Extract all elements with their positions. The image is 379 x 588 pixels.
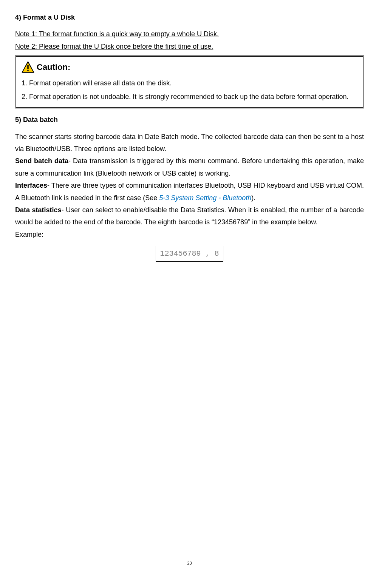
interfaces-link[interactable]: 5-3 System Setting - Bluetooth xyxy=(159,194,251,202)
data-statistics-label: Data statistics xyxy=(15,206,62,214)
interfaces-paragraph: Interfaces- There are three types of com… xyxy=(15,179,364,204)
example-box: 123456789 , 8 xyxy=(156,246,223,262)
example-wrapper: 123456789 , 8 xyxy=(15,246,364,262)
section-5-intro: The scanner starts storing barcode data … xyxy=(15,131,364,155)
page-number: 23 xyxy=(15,560,364,567)
page-container: 4) Format a U Disk Note 1: The format fu… xyxy=(15,11,364,574)
note-1: Note 1: The format function is a quick w… xyxy=(15,28,364,40)
send-batch-paragraph: Send batch data- Data transmission is tr… xyxy=(15,155,364,179)
caution-title: Caution: xyxy=(37,59,70,76)
send-batch-label: Send batch data xyxy=(15,157,68,165)
svg-rect-1 xyxy=(27,65,28,69)
caution-header: Caution: xyxy=(22,59,357,76)
section-5-heading: 5) Data batch xyxy=(15,114,364,126)
svg-rect-2 xyxy=(27,70,28,71)
interfaces-label: Interfaces xyxy=(15,182,47,189)
data-statistics-paragraph: Data statistics- User can select to enab… xyxy=(15,204,364,228)
caution-item-2: 2. Format operation is not undoable. It … xyxy=(22,90,357,103)
warning-triangle-icon xyxy=(22,61,34,74)
section-4-heading: 4) Format a U Disk xyxy=(15,11,364,23)
data-statistics-text: - User can select to enable/disable the … xyxy=(15,206,364,226)
note-2: Note 2: Please format the U Disk once be… xyxy=(15,40,364,52)
caution-item-1: 1. Format operation will erase all data … xyxy=(22,76,357,90)
caution-box: Caution: 1. Format operation will erase … xyxy=(15,56,364,108)
interfaces-text-2: ). xyxy=(251,194,255,202)
example-label: Example: xyxy=(15,228,364,241)
